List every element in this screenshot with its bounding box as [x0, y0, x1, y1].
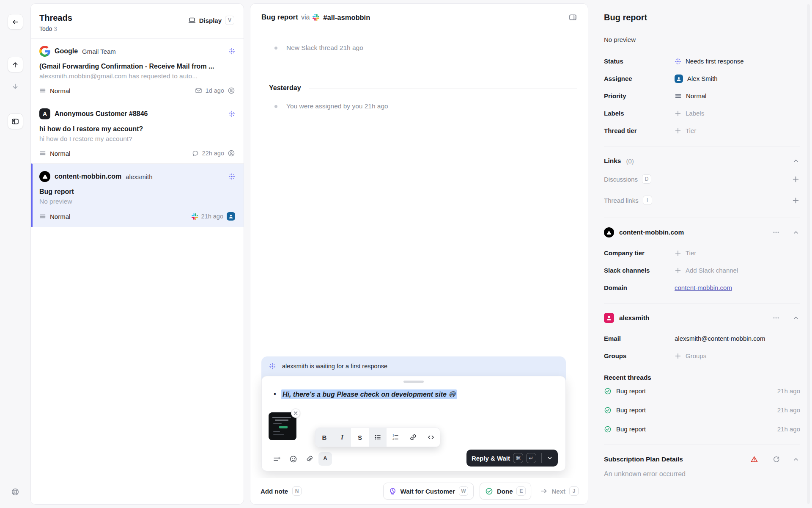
- priority-label: Normal: [50, 213, 70, 220]
- add-groups-button[interactable]: Groups: [675, 352, 706, 359]
- next-label: Next: [551, 488, 565, 495]
- assignee-row: Assignee Alex Smith: [604, 70, 800, 87]
- add-thread-link-button[interactable]: [791, 196, 800, 205]
- add-tier-button[interactable]: Tier: [675, 127, 696, 134]
- insert-snippet-button[interactable]: [270, 452, 284, 466]
- italic-button[interactable]: I: [333, 428, 351, 447]
- reply-options-button[interactable]: [542, 450, 558, 467]
- priority-value[interactable]: Normal: [675, 92, 706, 99]
- customer-menu-button[interactable]: [771, 314, 781, 322]
- remove-attachment-button[interactable]: [291, 409, 300, 418]
- bold-button[interactable]: B: [315, 428, 333, 447]
- done-label: Done: [497, 488, 513, 495]
- done-button[interactable]: Done E: [480, 483, 532, 500]
- thread-priority[interactable]: Normal: [39, 213, 70, 220]
- add-note-shortcut-badge: N: [292, 486, 302, 496]
- assignee-value[interactable]: Alex Smith: [675, 75, 718, 83]
- toggle-details-panel-button[interactable]: [569, 14, 577, 21]
- thread-card-google[interactable]: Google Gmail Team (Gmail Forwarding Conf…: [31, 38, 244, 101]
- back-button[interactable]: [8, 14, 23, 30]
- composer-drag-handle[interactable]: [403, 381, 424, 383]
- bullet-list-button[interactable]: [369, 428, 387, 447]
- next-thread-button[interactable]: [8, 78, 23, 94]
- help-button[interactable]: [8, 484, 23, 500]
- timeline-dot: [274, 47, 277, 50]
- add-note-button[interactable]: Add noteN: [261, 486, 302, 496]
- text-style-button[interactable]: A: [318, 452, 332, 466]
- arrow-left-icon: [11, 18, 19, 26]
- thread-time: 21h ago: [201, 213, 223, 220]
- add-company-tier-button[interactable]: Tier: [675, 249, 696, 257]
- recent-thread-item[interactable]: Bug report 21h ago: [604, 381, 800, 400]
- thread-links-shortcut-badge: I: [643, 196, 652, 205]
- thread-links-label: Thread links: [604, 197, 639, 204]
- collapse-company-button[interactable]: [792, 228, 800, 237]
- threads-title: Threads: [39, 13, 72, 23]
- content-mobbin-logo-icon: [39, 171, 50, 182]
- emoji-button[interactable]: [286, 452, 300, 466]
- recent-thread-name: Bug report: [616, 425, 646, 433]
- domain-link[interactable]: content-mobbin.com: [675, 284, 732, 291]
- scrollbar-track[interactable]: [807, 4, 810, 504]
- reply-wait-button[interactable]: Reply & Wait ⌘ ↵: [466, 450, 541, 467]
- groups-label: Groups: [604, 352, 675, 359]
- recent-thread-item[interactable]: Bug report 21h ago: [604, 400, 800, 420]
- numbered-list-button[interactable]: 12: [387, 428, 404, 447]
- add-labels-button[interactable]: Labels: [675, 110, 704, 117]
- company-menu-button[interactable]: [771, 228, 781, 237]
- recent-thread-name: Bug report: [616, 406, 646, 414]
- section-divider: [604, 444, 800, 445]
- composer-editor[interactable]: • Hi, there's a bug Please check on deve…: [262, 389, 565, 400]
- snippet-sliders-icon: [273, 456, 281, 463]
- thread-tier-row: Thread tier Tier: [604, 122, 800, 139]
- reply-wait-label: Reply & Wait: [472, 455, 510, 462]
- event-text: You were assigned by you 21h ago: [286, 102, 388, 110]
- threads-filter[interactable]: Todo3: [39, 25, 72, 32]
- threads-panel: Threads Todo3 Display V Google Gmail Tea…: [30, 3, 244, 505]
- image-attachment[interactable]: [269, 412, 296, 440]
- composer-card: • Hi, there's a bug Please check on deve…: [261, 376, 566, 471]
- collapse-subscription-button[interactable]: [792, 455, 800, 464]
- collapse-links-button[interactable]: [792, 157, 800, 165]
- wait-for-customer-button[interactable]: Wait for Customer W: [383, 483, 474, 500]
- code-button[interactable]: [422, 428, 440, 447]
- arrow-right-icon: [540, 488, 548, 494]
- plus-icon: [675, 353, 681, 359]
- toggle-sidebar-button[interactable]: [8, 113, 23, 129]
- plus-icon: [792, 176, 799, 183]
- code-icon: [427, 433, 435, 441]
- strikethrough-button[interactable]: S: [351, 428, 369, 447]
- recent-thread-item[interactable]: Bug report 21h ago: [604, 420, 800, 439]
- attach-file-button[interactable]: [302, 452, 316, 466]
- priority-normal-icon: [675, 92, 682, 99]
- thread-priority[interactable]: Normal: [39, 150, 70, 157]
- add-slack-channel-button[interactable]: Add Slack channel: [675, 267, 738, 274]
- slack-channels-row: Slack channels Add Slack channel: [604, 262, 800, 279]
- needs-response-sparkle-icon: [228, 173, 235, 180]
- previous-thread-button[interactable]: [8, 57, 23, 72]
- links-count: (0): [626, 157, 634, 165]
- add-discussion-button[interactable]: [791, 175, 800, 184]
- composer-text-selected[interactable]: Hi, there's a bug Please check on develo…: [281, 389, 457, 399]
- link-button[interactable]: [404, 428, 422, 447]
- thread-priority[interactable]: Normal: [39, 87, 70, 94]
- priority-normal-icon: [39, 213, 46, 220]
- next-button[interactable]: Next J: [540, 486, 579, 496]
- refresh-button[interactable]: [772, 455, 781, 464]
- arrow-up-icon: [11, 61, 19, 69]
- composer: alexsmith is waiting for a first respons…: [261, 356, 566, 471]
- via-label: via: [301, 14, 310, 21]
- display-button[interactable]: Display V: [188, 16, 234, 25]
- conversation-title: Bug report: [261, 13, 298, 22]
- company-name: content-mobbin.com: [619, 229, 684, 236]
- thread-card-content-mobbin[interactable]: content-mobbin.com alexsmith Bug report …: [31, 163, 244, 227]
- chevron-up-icon: [793, 315, 799, 321]
- thread-subject: hi how do I restore my account?: [39, 125, 235, 133]
- conversation-timeline: New Slack thread 21h ago Yesterday You w…: [250, 31, 588, 478]
- collapse-customer-button[interactable]: [792, 314, 800, 322]
- date-divider-line: [309, 88, 577, 88]
- details-title: Bug report: [604, 13, 800, 22]
- thread-card-anonymous[interactable]: A Anonymous Customer #8846 hi how do I r…: [31, 101, 244, 163]
- status-value[interactable]: Needs first response: [675, 58, 744, 65]
- content-mobbin-logo-icon: [604, 227, 614, 237]
